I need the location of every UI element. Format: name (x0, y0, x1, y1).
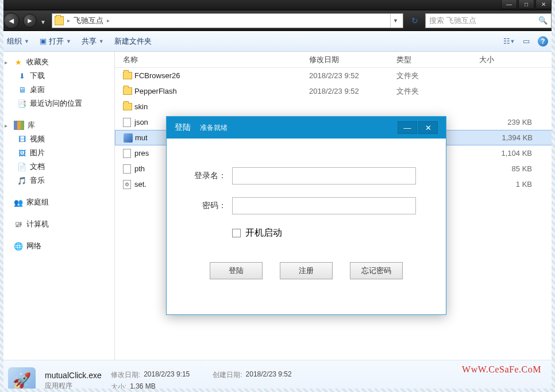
navigation-sidebar: ▸★收藏夹 ⬇下载 🖥桌面 📑最近访问的位置 ▸库 🎞视频 🖼图片 📄文档 🎵音… (0, 52, 115, 360)
preview-pane-button[interactable]: ▭ (521, 37, 532, 46)
file-icon (123, 149, 131, 158)
window-maximize-button[interactable]: □ (518, 0, 534, 9)
folder-icon (123, 103, 132, 110)
breadcrumb-folder[interactable]: 飞驰互点 (74, 16, 103, 26)
username-input[interactable] (232, 167, 416, 185)
sidebar-pictures[interactable]: 🖼图片 (0, 146, 114, 160)
file-row[interactable]: PepperFlash2018/2/23 9:52文件夹 (115, 83, 555, 99)
nav-forward-button[interactable]: ► (23, 14, 37, 28)
dialog-title: 登陆 (175, 122, 191, 133)
dialog-close-button[interactable]: ✕ (418, 121, 438, 134)
dialog-titlebar[interactable]: 登陆 准备就绪 — ✕ (167, 117, 446, 139)
breadcrumb-separator: ▸ (67, 17, 70, 24)
address-bar[interactable]: ▸ 飞驰互点 ▸ ▼ (52, 13, 403, 28)
folder-icon (123, 72, 132, 79)
window-minimize-button[interactable]: — (501, 0, 517, 9)
sidebar-recent[interactable]: 📑最近访问的位置 (0, 97, 114, 110)
window-border (552, 0, 555, 392)
file-name: FCBrowser26 (134, 71, 309, 80)
sidebar-network[interactable]: 🌐网络 (0, 239, 114, 253)
view-options-button[interactable]: ☷ ▼ (503, 37, 515, 46)
window-titlebar: — □ ✕ (0, 0, 555, 10)
login-button[interactable]: 登陆 (210, 262, 263, 279)
column-type[interactable]: 类型 (396, 55, 479, 65)
toolbar-newfolder[interactable]: 新建文件夹 (114, 36, 152, 47)
file-name: skin (134, 102, 309, 111)
toolbar-open[interactable]: ▣打开▼ (40, 36, 71, 47)
window-border (0, 389, 555, 392)
sidebar-videos[interactable]: 🎞视频 (0, 132, 114, 146)
config-icon (123, 180, 131, 189)
window-border (0, 0, 3, 392)
help-button[interactable]: ? (538, 36, 548, 47)
sidebar-desktop[interactable]: 🖥桌面 (0, 83, 114, 97)
file-size: 239 KB (479, 118, 542, 126)
sidebar-music[interactable]: 🎵音乐 (0, 174, 114, 187)
sidebar-homegroup[interactable]: 👥家庭组 (0, 195, 114, 209)
command-toolbar: 组织▼ ▣打开▼ 共享▼ 新建文件夹 ☷ ▼ ▭ ? (0, 31, 555, 52)
column-headers[interactable]: 名称 修改日期 类型 大小 (115, 52, 555, 68)
password-input[interactable] (232, 197, 416, 214)
refresh-button[interactable]: ↻ (408, 14, 422, 28)
watermark-text: WwW.CeSaFe.CoM (462, 364, 541, 375)
autostart-checkbox[interactable] (232, 229, 241, 237)
file-icon (123, 164, 131, 174)
address-dropdown[interactable]: ▼ (390, 14, 400, 28)
file-icon (123, 118, 131, 127)
register-button[interactable]: 注册 (280, 262, 333, 279)
toolbar-share[interactable]: 共享▼ (82, 36, 104, 47)
file-size: 1,104 KB (479, 149, 542, 157)
file-size: 85 KB (479, 164, 542, 173)
breadcrumb-separator: ▸ (107, 17, 110, 24)
details-moddate: 2018/2/23 9:15 (144, 370, 190, 380)
dialog-subtitle: 准备就绪 (200, 123, 228, 133)
nav-back-button[interactable]: ◄ (3, 13, 20, 29)
file-date: 2018/2/23 9:52 (309, 87, 396, 95)
column-size[interactable]: 大小 (479, 55, 542, 65)
sidebar-libraries[interactable]: ▸库 (0, 118, 114, 132)
column-date[interactable]: 修改日期 (309, 55, 396, 65)
search-placeholder: 搜索 飞驰互点 (429, 16, 476, 26)
column-name[interactable]: 名称 (123, 55, 309, 65)
file-size: 1 KB (479, 180, 542, 189)
autostart-label: 开机启动 (245, 227, 282, 239)
details-created: 2018/2/23 9:52 (246, 370, 292, 380)
search-icon: 🔍 (538, 16, 548, 25)
folder-icon (55, 16, 64, 25)
file-type: 文件夹 (396, 71, 479, 81)
username-label: 登录名： (190, 171, 226, 181)
search-box[interactable]: 搜索 飞驰互点 🔍 (425, 13, 552, 28)
folder-icon (123, 87, 132, 95)
file-size: 1,394 KB (480, 133, 543, 142)
file-row[interactable]: skin (115, 99, 555, 114)
sidebar-documents[interactable]: 📄文档 (0, 160, 114, 174)
sidebar-computer[interactable]: 🖳计算机 (0, 217, 114, 231)
library-icon (14, 121, 24, 130)
sidebar-favorites[interactable]: ▸★收藏夹 (0, 55, 114, 69)
nav-history-dropdown[interactable]: ▼ (40, 16, 48, 25)
password-label: 密码： (190, 201, 226, 211)
login-dialog: 登陆 准备就绪 — ✕ 登录名： 密码： 开机启动 登陆 注册 忘记密码 (166, 116, 446, 315)
file-row[interactable]: FCBrowser262018/2/23 9:52文件夹 (115, 68, 555, 83)
window-close-button[interactable]: ✕ (535, 0, 552, 9)
file-type: 文件夹 (396, 86, 479, 97)
toolbar-organize[interactable]: 组织▼ (7, 36, 29, 47)
forgot-password-button[interactable]: 忘记密码 (350, 262, 403, 279)
sidebar-downloads[interactable]: ⬇下载 (0, 69, 114, 83)
details-filename: mutualClick.exe (45, 371, 102, 380)
file-date: 2018/2/23 9:52 (309, 71, 396, 80)
dialog-minimize-button[interactable]: — (398, 121, 417, 134)
exe-icon (124, 133, 133, 143)
file-name: PepperFlash (134, 87, 309, 95)
navigation-bar: ◄ ► ▼ ▸ 飞驰互点 ▸ ▼ ↻ 搜索 飞驰互点 🔍 (0, 10, 555, 31)
